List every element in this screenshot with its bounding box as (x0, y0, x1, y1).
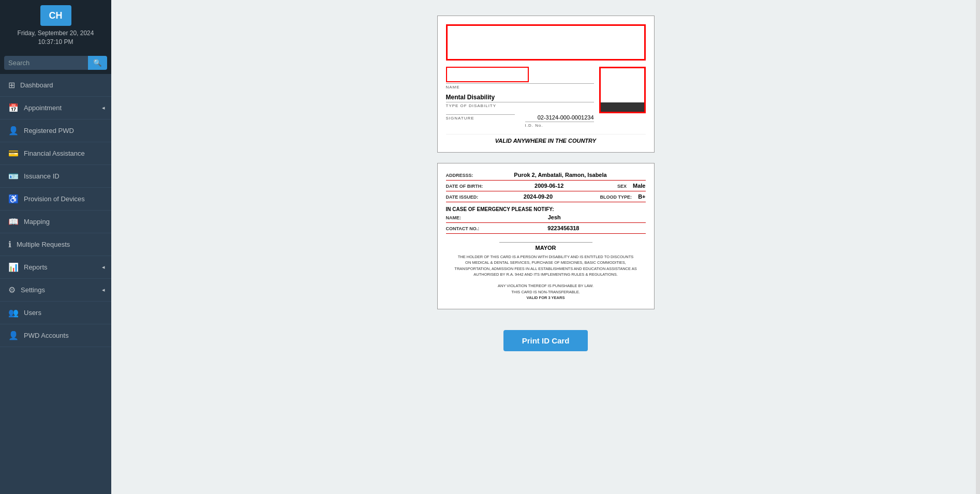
id-card-header-banner (446, 24, 646, 61)
id-card-signature-block: SIGNATURE (446, 114, 515, 128)
id-card-blood-type-value: B+ (638, 193, 645, 200)
registered-pwd-icon: 👤 (8, 126, 19, 136)
id-card-sex-value: Male (633, 183, 645, 189)
id-card-dob-row: DATE OF BIRTH: 2009-06-12 SEX Male (446, 183, 646, 191)
id-card-front: NAME Mental Disability TYPE OF DISABILIT… (437, 16, 655, 153)
sidebar-item-issuance-id[interactable]: 🪪 Issuance ID (0, 165, 111, 188)
settings-icon: ⚙ (8, 285, 16, 295)
sidebar-datetime: Friday, September 20, 2024 10:37:10 PM (5, 29, 106, 47)
sidebar-item-financial-assistance[interactable]: 💳 Financial Assistance (0, 142, 111, 165)
id-card-disability-label: TYPE OF DISABILITY (446, 102, 594, 108)
sidebar-item-appointment[interactable]: 📅 Appointment ◂ (0, 97, 111, 119)
sidebar-header: CH Friday, September 20, 2024 10:37:10 P… (0, 0, 111, 52)
id-card-name-label: NAME (446, 83, 594, 89)
sidebar-item-label: Settings (21, 286, 45, 294)
chevron-icon: ◂ (102, 104, 105, 111)
id-card-emergency-name-value: Jesh (463, 214, 646, 220)
mapping-icon: 📖 (8, 217, 19, 227)
id-card-body: NAME Mental Disability TYPE OF DISABILIT… (446, 67, 646, 128)
id-card-disability-type: Mental Disability (446, 94, 594, 101)
id-card-info: NAME Mental Disability TYPE OF DISABILIT… (446, 67, 594, 128)
id-card-emergency-name-row: NAME: Jesh (446, 214, 646, 223)
id-card-dob-label: DATE OF BIRTH: (446, 184, 483, 189)
scrollbar[interactable] (976, 0, 980, 494)
chevron-icon: ◂ (102, 287, 105, 293)
id-card-emergency-title: IN CASE OF EMERGENCY PLEASE NOTIFY: (446, 206, 646, 212)
main-content: NAME Mental Disability TYPE OF DISABILIT… (111, 0, 980, 494)
sidebar-item-label: Reports (24, 263, 48, 271)
sidebar-item-registered-pwd[interactable]: 👤 Registered PWD (0, 119, 111, 142)
sidebar-item-label: Multiple Requests (17, 241, 70, 248)
id-card-signature-label: SIGNATURE (446, 114, 515, 121)
chevron-icon: ◂ (102, 264, 105, 271)
sidebar-item-multiple-requests[interactable]: ℹ Multiple Requests (0, 233, 111, 256)
id-card-address-row: ADDRESSS: Purok 2, Ambatali, Ramon, Isab… (446, 172, 646, 181)
id-card-address-label: ADDRESSS: (446, 173, 473, 178)
sidebar-item-label: Appointment (24, 104, 62, 112)
id-card-emergency-contact-value: 9223456318 (481, 225, 645, 231)
sidebar-item-label: Users (24, 309, 41, 317)
id-card-address-value: Purok 2, Ambatali, Ramon, Isabela (476, 172, 646, 178)
sidebar-item-label: Dashboard (20, 81, 53, 89)
id-card-id-number: 02-3124-000-0001234 (525, 114, 594, 121)
sidebar-item-settings[interactable]: ⚙ Settings ◂ (0, 279, 111, 302)
sidebar-item-provision-of-devices[interactable]: ♿ Provision of Devices (0, 188, 111, 211)
id-card-emergency-contact-row: CONTACT NO.: 9223456318 (446, 225, 646, 234)
id-card-date-issued-value: 2024-09-20 (480, 193, 596, 200)
id-card-signature-row: SIGNATURE 02-3124-000-0001234 I.D. No. (446, 114, 594, 128)
id-card-id-number-block: 02-3124-000-0001234 I.D. No. (525, 114, 594, 128)
id-card-mayor-label: MAYOR (499, 242, 592, 251)
id-card-legal-text: THE HOLDER OF THIS CARD IS A PERSON WITH… (446, 254, 646, 301)
id-card-photo-box (599, 67, 646, 113)
search-input[interactable] (4, 56, 88, 70)
sidebar-item-mapping[interactable]: 📖 Mapping (0, 211, 111, 233)
id-card-dob-value: 2009-06-12 (485, 183, 613, 189)
id-card-date-issued-label: DATE ISSUED: (446, 194, 479, 200)
sidebar: CH Friday, September 20, 2024 10:37:10 P… (0, 0, 111, 494)
id-card-emergency-contact-label: CONTACT NO.: (446, 226, 480, 231)
multiple-requests-icon: ℹ (8, 239, 11, 249)
id-card-back: ADDRESSS: Purok 2, Ambatali, Ramon, Isab… (437, 163, 655, 309)
print-btn-container: Print ID Card (503, 330, 588, 351)
id-card-photo-inner (601, 102, 644, 112)
pwd-accounts-icon: 👤 (8, 331, 19, 340)
provision-icon: ♿ (8, 194, 19, 204)
sidebar-item-users[interactable]: 👥 Users (0, 302, 111, 324)
id-card-name-field (446, 67, 529, 82)
financial-assistance-icon: 💳 (8, 148, 19, 158)
dashboard-icon: ⊞ (8, 80, 15, 90)
users-icon: 👥 (8, 308, 19, 318)
id-card-id-number-label: I.D. No. (525, 122, 594, 128)
reports-icon: 📊 (8, 262, 19, 272)
sidebar-item-label: Mapping (24, 218, 50, 226)
id-card-date-issued-row: DATE ISSUED: 2024-09-20 BLOOD TYPE: B+ (446, 193, 646, 202)
id-card-sex-label: SEX (617, 184, 627, 189)
sidebar-nav: ⊞ Dashboard 📅 Appointment ◂ 👤 Registered… (0, 74, 111, 347)
issuance-id-icon: 🪪 (8, 171, 19, 181)
id-card-wrapper: NAME Mental Disability TYPE OF DISABILIT… (122, 16, 970, 351)
sidebar-search: 🔍 (4, 56, 107, 70)
sidebar-search-container: 🔍 (0, 52, 111, 74)
sidebar-item-pwd-accounts[interactable]: 👤 PWD Accounts (0, 324, 111, 347)
sidebar-item-label: Issuance ID (24, 172, 60, 180)
id-card-blood-type-label: BLOOD TYPE: (600, 194, 632, 200)
print-id-card-button[interactable]: Print ID Card (503, 330, 588, 351)
id-card-emergency-name-label: NAME: (446, 215, 462, 220)
sidebar-item-label: PWD Accounts (24, 332, 69, 339)
sidebar-item-label: Provision of Devices (24, 195, 85, 203)
sidebar-item-reports[interactable]: 📊 Reports ◂ (0, 256, 111, 279)
search-button[interactable]: 🔍 (88, 56, 107, 70)
sidebar-item-dashboard[interactable]: ⊞ Dashboard (0, 74, 111, 97)
sidebar-item-label: Registered PWD (24, 127, 74, 134)
sidebar-logo: CH (40, 5, 71, 26)
id-card-valid-text: VALID ANYWHERE IN THE COUNTRY (446, 134, 646, 144)
appointment-icon: 📅 (8, 103, 19, 113)
sidebar-item-label: Financial Assistance (24, 149, 85, 157)
